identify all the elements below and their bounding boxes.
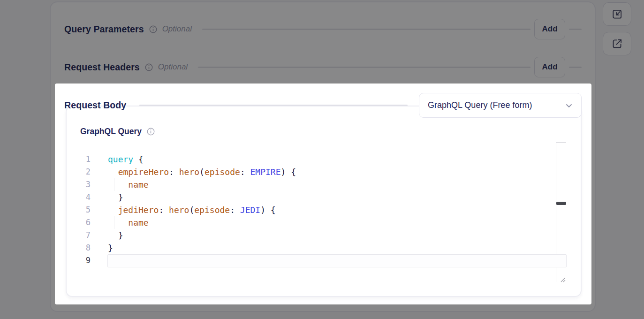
divider — [202, 29, 530, 30]
info-icon[interactable] — [147, 128, 155, 136]
line-number: 8 — [77, 242, 91, 254]
request-headers-title: Request Headers — [64, 62, 140, 73]
query-parameters-title: Query Parameters — [64, 24, 144, 35]
divider — [198, 67, 530, 68]
code-line[interactable]: 7 } — [77, 229, 566, 242]
body-type-select-value: GraphQL Query (Free form) — [428, 100, 564, 110]
add-request-header-button[interactable]: Add — [534, 57, 565, 77]
scrollbar-thumb[interactable] — [556, 202, 566, 205]
graphql-query-field-header: GraphQL Query — [80, 127, 155, 137]
request-body-title: Request Body — [64, 100, 126, 111]
info-icon[interactable] — [145, 63, 153, 71]
code-line[interactable]: 3 name — [77, 178, 566, 191]
import-window-icon — [611, 8, 623, 20]
line-number: 2 — [77, 166, 91, 178]
section-query-parameters: Query Parameters Optional Add — [64, 19, 582, 39]
line-number: 1 — [77, 153, 91, 166]
info-icon[interactable] — [149, 25, 157, 33]
scrollbar-track — [556, 142, 566, 143]
chevron-down-icon — [564, 101, 574, 110]
code-text: } — [108, 191, 123, 204]
line-number: 3 — [77, 178, 91, 191]
collapse-editor-button[interactable] — [603, 2, 631, 26]
code-line[interactable]: 1query { — [77, 153, 566, 166]
add-query-parameter-button[interactable]: Add — [534, 19, 565, 39]
code-line[interactable]: 6 name — [77, 216, 566, 229]
code-line[interactable]: 2 empireHero: hero(episode: EMPIRE) { — [77, 166, 566, 178]
line-number: 9 — [77, 254, 91, 267]
optional-label: Optional — [162, 24, 192, 34]
code-lines: 1query {2 empireHero: hero(episode: EMPI… — [77, 153, 566, 267]
code-text: jediHero: hero(episode: JEDI) { — [108, 204, 276, 216]
code-text: empireHero: hero(episode: EMPIRE) { — [108, 166, 296, 178]
code-text: } — [108, 229, 123, 242]
code-line-active[interactable]: 9 — [77, 254, 566, 267]
divider — [139, 105, 408, 106]
line-number: 5 — [77, 204, 91, 216]
divider — [569, 67, 582, 68]
body-type-select[interactable]: GraphQL Query (Free form) — [419, 93, 582, 118]
code-line[interactable]: 5 jediHero: hero(episode: JEDI) { — [77, 204, 566, 216]
code-text: name — [108, 216, 149, 229]
open-external-button[interactable] — [603, 32, 631, 55]
code-text: name — [108, 178, 149, 191]
section-request-body: Request Body GraphQL Query (Free form) — [64, 93, 582, 118]
section-request-headers: Request Headers Optional Add — [64, 57, 582, 77]
graphql-query-label: GraphQL Query — [80, 127, 142, 137]
optional-label: Optional — [158, 62, 188, 72]
code-line[interactable]: 4 } — [77, 191, 566, 204]
line-number: 6 — [77, 216, 91, 229]
graphql-query-editor[interactable]: 1query {2 empireHero: hero(episode: EMPI… — [77, 142, 566, 282]
line-number: 7 — [77, 229, 91, 242]
code-line[interactable]: 8} — [77, 242, 566, 254]
divider — [569, 29, 582, 30]
external-link-icon — [611, 38, 623, 50]
line-number: 4 — [77, 191, 91, 204]
code-text: } — [108, 242, 113, 254]
resize-grip-icon[interactable] — [559, 275, 566, 283]
code-text: query { — [108, 153, 144, 166]
